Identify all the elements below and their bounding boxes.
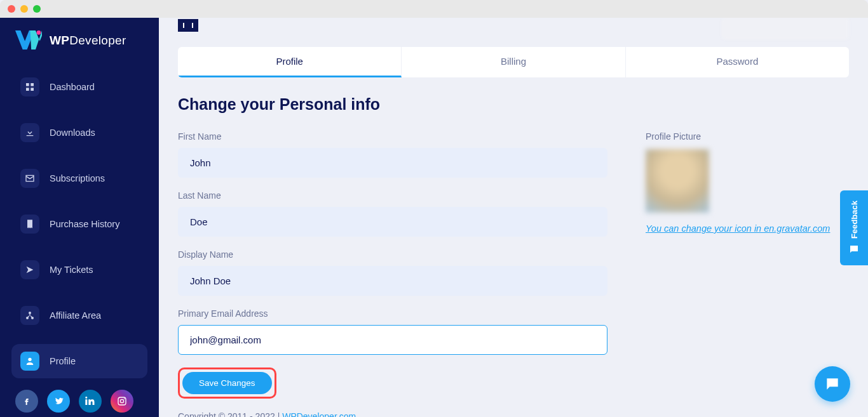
sidebar-item-purchase-history[interactable]: Purchase History (11, 207, 147, 241)
download-icon (20, 123, 39, 142)
first-name-label: First Name (178, 131, 607, 142)
top-bar (178, 18, 849, 39)
main-content: Profile Billing Password Change your Per… (159, 18, 868, 417)
sidebar-item-dashboard[interactable]: Dashboard (11, 70, 147, 104)
footer-link[interactable]: WPDeveloper.com (282, 411, 356, 417)
sidebar-item-my-tickets[interactable]: My Tickets (11, 253, 147, 287)
gravatar-link[interactable]: You can change your icon in en.gravatar.… (646, 223, 830, 234)
save-button-highlight: Save Changes (178, 367, 276, 399)
sidebar-item-downloads[interactable]: Downloads (11, 116, 147, 150)
chat-widget-button[interactable] (815, 366, 850, 402)
svg-rect-4 (31, 88, 34, 91)
sidebar-item-label: My Tickets (50, 265, 93, 275)
svg-point-10 (120, 399, 123, 402)
tab-label: Password (716, 56, 758, 67)
chat-icon (848, 244, 860, 255)
sidebar-item-subscriptions[interactable]: Subscriptions (11, 161, 147, 195)
brand-logo[interactable]: WPDeveloper (0, 30, 159, 70)
profile-picture-image (646, 149, 709, 213)
svg-rect-1 (26, 83, 29, 86)
window-close-button[interactable] (8, 5, 15, 13)
dashboard-icon (20, 77, 39, 96)
profile-picture-section: Profile Picture You can change your icon… (646, 131, 849, 399)
logo-icon (15, 30, 42, 51)
envelope-icon (20, 169, 39, 188)
instagram-link[interactable] (111, 390, 133, 413)
sidebar-item-label: Affiliate Area (50, 310, 101, 321)
ticket-icon (20, 260, 39, 279)
svg-point-8 (28, 358, 31, 361)
speech-bubble-icon (824, 376, 841, 392)
sidebar-item-affiliate-area[interactable]: Affiliate Area (11, 298, 147, 333)
sidebar-item-label: Purchase History (50, 219, 119, 229)
user-icon (20, 352, 39, 371)
account-tabs: Profile Billing Password (178, 47, 849, 77)
email-label: Primary Email Address (178, 308, 607, 319)
svg-point-11 (124, 399, 125, 400)
sidebar-item-label: Subscriptions (50, 173, 105, 183)
save-changes-button[interactable]: Save Changes (182, 372, 272, 394)
footer: Copyright © 2011 - 2022 | WPDeveloper.co… (178, 411, 849, 417)
profile-form: First Name Last Name Display Name Primar… (178, 131, 607, 399)
tab-profile[interactable]: Profile (178, 47, 402, 77)
sidebar: WPDeveloper Dashboard Downloads Subscrip… (0, 18, 159, 417)
svg-point-0 (37, 30, 41, 35)
feedback-label: Feedback (850, 201, 859, 239)
page-title: Change your Personal info (178, 95, 849, 114)
tab-billing[interactable]: Billing (402, 47, 625, 77)
svg-point-5 (29, 312, 31, 314)
twitter-link[interactable] (47, 390, 70, 413)
window-chrome (0, 0, 868, 18)
window-minimize-button[interactable] (20, 5, 28, 13)
sidebar-item-label: Profile (50, 356, 76, 366)
profile-picture-label: Profile Picture (646, 131, 849, 142)
sidebar-item-label: Downloads (50, 128, 95, 138)
copyright-text: Copyright © 2011 - 2022 | (178, 411, 282, 417)
sidebar-item-profile[interactable]: Profile (11, 344, 147, 378)
tab-label: Billing (501, 56, 526, 67)
display-name-label: Display Name (178, 249, 607, 260)
sidebar-item-label: Dashboard (50, 82, 95, 92)
svg-rect-3 (26, 88, 29, 91)
window-maximize-button[interactable] (33, 5, 41, 13)
network-icon (20, 306, 39, 325)
brand-name: WPDeveloper (50, 34, 126, 48)
tab-label: Profile (276, 56, 303, 67)
linkedin-link[interactable] (79, 390, 102, 413)
facebook-link[interactable] (15, 390, 38, 413)
display-name-input[interactable] (178, 266, 607, 296)
tab-password[interactable]: Password (626, 47, 849, 77)
last-name-label: Last Name (178, 190, 607, 201)
last-name-input[interactable] (178, 207, 607, 237)
nav: Dashboard Downloads Subscriptions Purcha… (0, 70, 159, 390)
receipt-icon (20, 215, 39, 234)
social-links (0, 390, 159, 413)
feedback-tab[interactable]: Feedback (840, 190, 868, 265)
email-input[interactable] (178, 325, 607, 355)
user-avatar-small[interactable] (722, 18, 849, 39)
menu-toggle-icon[interactable] (178, 19, 198, 32)
svg-rect-2 (31, 83, 34, 86)
first-name-input[interactable] (178, 148, 607, 178)
